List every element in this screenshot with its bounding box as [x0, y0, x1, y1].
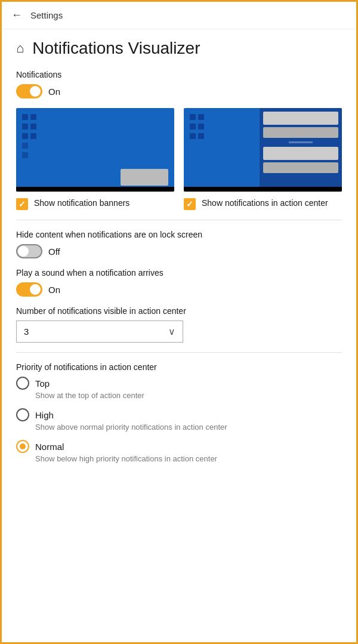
back-icon[interactable]: ← [11, 9, 22, 21]
toggle-thumb-3 [30, 284, 41, 295]
top-bar: ← Settings [2, 2, 356, 29]
check-icon: ✓ [18, 199, 26, 209]
priority-option-normal: Normal Show below high priority notifica… [16, 440, 342, 463]
priority-option-top-row: Top [16, 377, 342, 390]
radio-normal-desc: Show below high priority notifications i… [35, 454, 342, 463]
priority-option-normal-row: Normal [16, 440, 342, 453]
show-action-center-label: Show notifications in action center [202, 198, 328, 208]
notif-card-1 [263, 112, 338, 125]
radio-top-desc: Show at the top of action center [35, 391, 342, 400]
radio-normal-label: Normal [35, 442, 64, 452]
notif-card-4 [263, 162, 338, 173]
notification-count-dropdown[interactable]: 3 ∨ [16, 321, 183, 343]
page-header: ⌂ Notifications Visualizer [16, 39, 342, 58]
preview-left: ✓ Show notification banners [16, 108, 174, 210]
preview-left-banner [121, 169, 168, 186]
priority-section: Priority of notifications in action cent… [16, 362, 342, 463]
play-sound-toggle-label: On [48, 285, 60, 295]
notifications-toggle[interactable] [16, 84, 42, 98]
divider-2 [16, 352, 342, 353]
show-banners-label: Show notification banners [34, 198, 129, 208]
priority-option-high: High Show above normal priority notifica… [16, 408, 342, 432]
panel-sep [289, 141, 313, 143]
preview-right-image [184, 108, 342, 192]
play-sound-toggle-row: On [16, 282, 342, 297]
play-sound-section: Play a sound when a notification arrives… [16, 268, 342, 297]
preview-left-image [16, 108, 174, 192]
priority-option-top: Top Show at the top of action center [16, 377, 342, 400]
preview-left-taskbar [16, 187, 174, 192]
notifications-toggle-label: On [48, 87, 60, 97]
notif-card-3 [263, 147, 338, 160]
home-icon: ⌂ [16, 41, 24, 56]
preview-right: ✓ Show notifications in action center [184, 108, 342, 210]
chevron-down-icon: ∨ [168, 326, 175, 337]
play-sound-label: Play a sound when a notification arrives [16, 268, 342, 278]
notifications-label: Notifications [16, 70, 342, 79]
hide-content-toggle[interactable] [16, 244, 42, 258]
notif-card-2 [263, 127, 338, 138]
notification-count-label: Number of notifications visible in actio… [16, 306, 342, 316]
hide-content-label: Hide content when notifications are on l… [16, 230, 342, 239]
preview-action-panel [260, 108, 342, 187]
hide-content-toggle-row: Off [16, 244, 342, 258]
show-action-center-checkbox[interactable]: ✓ [184, 198, 196, 210]
hide-content-section: Hide content when notifications are on l… [16, 230, 342, 258]
toggle-thumb-2 [18, 246, 29, 257]
dropdown-value: 3 [24, 326, 29, 337]
radio-top-circle[interactable] [16, 377, 29, 390]
show-banners-row: ✓ Show notification banners [16, 198, 174, 210]
settings-title: Settings [30, 10, 63, 20]
preview-row: ✓ Show notification banners [16, 108, 342, 210]
priority-label: Priority of notifications in action cent… [16, 362, 342, 372]
page-title: Notifications Visualizer [32, 39, 200, 58]
priority-option-high-row: High [16, 408, 342, 421]
radio-normal-dot [20, 443, 26, 449]
preview-left-dots [22, 114, 36, 158]
toggle-thumb [30, 86, 41, 97]
notification-count-section: Number of notifications visible in actio… [16, 306, 342, 343]
radio-top-label: Top [35, 378, 50, 389]
hide-content-toggle-label: Off [48, 246, 60, 257]
notifications-toggle-row: On [16, 84, 342, 98]
radio-normal-circle[interactable] [16, 440, 29, 453]
check-icon-2: ✓ [186, 199, 193, 209]
main-content: ⌂ Notifications Visualizer Notifications… [2, 29, 356, 480]
preview-right-dots [190, 114, 204, 139]
show-action-center-row: ✓ Show notifications in action center [184, 198, 342, 210]
radio-high-circle[interactable] [16, 408, 29, 421]
radio-high-desc: Show above normal priority notifications… [35, 423, 342, 432]
priority-radio-group: Top Show at the top of action center Hig… [16, 377, 342, 463]
divider-1 [16, 220, 342, 220]
radio-high-label: High [35, 410, 54, 420]
play-sound-toggle[interactable] [16, 282, 42, 297]
notifications-section: Notifications On [16, 70, 342, 98]
preview-right-taskbar [184, 187, 342, 192]
show-banners-checkbox[interactable]: ✓ [16, 198, 28, 210]
